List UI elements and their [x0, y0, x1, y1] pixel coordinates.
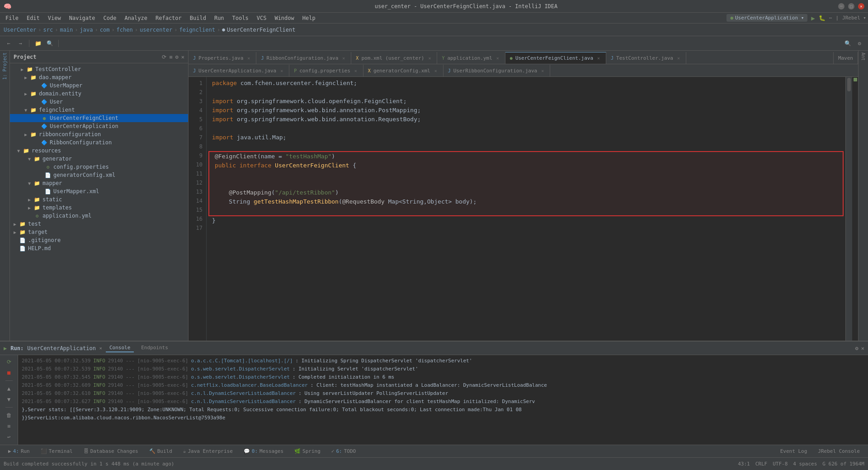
tree-item-target[interactable]: ▶ 📁 target [10, 228, 188, 236]
breadcrumb-fchen[interactable]: fchen [117, 27, 133, 33]
toolbar-project-view[interactable]: 📁 [33, 38, 43, 48]
menu-refactor[interactable]: Refactor [152, 14, 185, 22]
tab-close[interactable]: ✕ [341, 55, 346, 61]
tree-item-domainentity[interactable]: ▶ 📁 domain.entity [10, 90, 188, 98]
menu-analyze[interactable]: Analyze [121, 14, 151, 22]
tree-item-ribbonconfiguration[interactable]: 🔷 RibbonConfiguration [10, 138, 188, 147]
run-filter-btn[interactable]: ≡ [5, 422, 13, 430]
breadcrumb-src[interactable]: src [43, 27, 53, 33]
bottom-tab-terminal[interactable]: ⬛ Terminal [36, 447, 77, 455]
tree-item-templates[interactable]: ▶ 📁 templates [10, 204, 188, 212]
menu-vcs[interactable]: VCS [253, 14, 270, 22]
tab-close[interactable]: ✕ [427, 55, 432, 61]
run-restart-btn[interactable]: ⟳ [5, 358, 13, 366]
bottom-tab-jrebelconsole[interactable]: JRebel Console [813, 447, 864, 455]
run-tab-endpoints[interactable]: Endpoints [137, 344, 172, 352]
tab-close[interactable]: ✕ [279, 68, 284, 73]
toolbar-back-btn[interactable]: ← [4, 38, 14, 48]
toolbar-settings[interactable]: ⚙ [854, 38, 864, 48]
bottom-tab-todo[interactable]: ✓ 6: TODO [327, 447, 360, 455]
menu-navigate[interactable]: Navigate [66, 14, 99, 22]
breadcrumb-usercenter[interactable]: UserCenter [4, 27, 36, 33]
tree-item-daomapper[interactable]: ▶ 📁 dao.mapper [10, 73, 188, 81]
menu-tools[interactable]: Tools [229, 14, 252, 22]
bottom-tab-spring[interactable]: 🌿 Spring [290, 447, 325, 455]
run-clear-btn[interactable]: 🗑 [5, 411, 13, 419]
tree-item-usermapper[interactable]: 🔷 UserMapper [10, 81, 188, 90]
tab-close[interactable]: ✕ [433, 68, 439, 73]
tree-item-test[interactable]: ▶ 📁 test [10, 220, 188, 228]
bottom-tab-dbchanges[interactable]: 🗄 Database Changes [79, 447, 143, 455]
right-panel-ant[interactable]: Ant [861, 52, 866, 61]
bottom-tab-messages[interactable]: 💬 0: Messages [239, 447, 288, 455]
breadcrumb-feignclient[interactable]: feignclient [179, 27, 215, 33]
minimize-button[interactable]: ─ [838, 3, 844, 9]
tree-item-usermapperxml[interactable]: 📄 UserMapper.xml [10, 187, 188, 195]
toolbar-search-everywhere[interactable]: 🔍 [843, 38, 853, 48]
maximize-button[interactable]: □ [848, 3, 854, 9]
tab-usercenterfeignclient[interactable]: ● UserCenterFeignClient.java ✕ [505, 52, 606, 64]
tab-properties[interactable]: J Properties.java ✕ [189, 52, 256, 64]
tab-pom[interactable]: X pom.xml (user_center) ✕ [351, 52, 437, 64]
tab-testcontroller[interactable]: J TestController.java ✕ [606, 52, 686, 64]
tab-close[interactable]: ✕ [596, 56, 601, 61]
tab-close[interactable]: ✕ [495, 55, 500, 61]
tree-item-feignclient[interactable]: ▼ 📁 feignclient [10, 106, 188, 114]
statusbar-indent[interactable]: 4 spaces [793, 461, 817, 467]
tab-usercenterapp[interactable]: J UserCenterApplication.java ✕ [189, 65, 289, 76]
toolbar-jrebel[interactable]: JRebel ▾ [842, 15, 866, 21]
run-stop-btn[interactable]: ■ [5, 369, 13, 377]
menu-view[interactable]: View [44, 14, 65, 22]
sidebar-sync-icon[interactable]: ⟳ [162, 54, 166, 60]
sidebar-close-icon[interactable]: ✕ [181, 54, 184, 60]
toolbar-forward-btn[interactable]: → [15, 38, 25, 48]
bottom-tab-eventlog[interactable]: Event Log [776, 447, 812, 455]
code-editor-content[interactable]: package com.fchen.usercenter.feignclient… [207, 77, 845, 341]
close-button[interactable]: ✕ [858, 3, 864, 9]
tree-item-usercenterfeignclient[interactable]: ● UserCenterFeignClient [10, 114, 188, 122]
tab-userribbonconfig[interactable]: J UserRibbonConfiguration.java ✕ [443, 65, 550, 76]
tree-item-resources[interactable]: ▼ 📁 resources [10, 147, 188, 155]
tab-close[interactable]: ✕ [540, 68, 545, 73]
tree-item-generatorconfig[interactable]: 📄 generatorConfig.xml [10, 171, 188, 179]
tree-item-ribbonconfig[interactable]: ▶ 📁 ribbonconfiguration [10, 130, 188, 138]
tree-item-static[interactable]: ▶ 📁 static [10, 195, 188, 204]
menu-code[interactable]: Code [100, 14, 120, 22]
run-settings-icon[interactable]: ⚙ [855, 345, 859, 351]
tree-item-gitignore[interactable]: 📄 .gitignore [10, 236, 188, 244]
run-app-close[interactable]: ✕ [99, 346, 102, 351]
run-scroll-down-btn[interactable]: ▼ [5, 395, 13, 404]
menu-help[interactable]: Help [299, 14, 319, 22]
toolbar-run-btn[interactable]: ▶ [811, 14, 815, 22]
tab-close[interactable]: ✕ [246, 55, 251, 61]
tab-generatorconfig[interactable]: X generatorConfig.xml ✕ [363, 65, 443, 76]
editor-scrollbar[interactable] [845, 77, 852, 341]
breadcrumb-java[interactable]: java [80, 27, 93, 33]
tree-item-helpmd[interactable]: 📄 HELP.md [10, 244, 188, 252]
tree-item-applicationyml[interactable]: ⚙ application.yml [10, 212, 188, 220]
menu-window[interactable]: Window [271, 14, 297, 22]
sidebar-collapse-icon[interactable]: ≡ [169, 54, 172, 60]
tab-configprops[interactable]: P config.properties ✕ [289, 65, 363, 76]
breadcrumb-com[interactable]: com [100, 27, 110, 33]
statusbar-charset[interactable]: UTF-8 [773, 461, 788, 467]
tree-item-testcontroller[interactable]: ▶ 📁 TestController [10, 65, 188, 73]
run-scroll-up-btn[interactable]: ▲ [5, 385, 13, 393]
run-wrap-btn[interactable]: ↩ [5, 433, 13, 441]
toolbar-run-config[interactable]: ● UserCenterApplication ▾ [726, 14, 807, 22]
run-close-icon[interactable]: ✕ [861, 345, 864, 351]
run-tab-console[interactable]: Console [106, 344, 134, 352]
project-panel-label[interactable]: 1: Project [2, 52, 7, 80]
tab-maven[interactable]: Maven [833, 52, 858, 64]
toolbar-debug-btn[interactable]: 🐛 [819, 15, 826, 21]
menu-file[interactable]: File [2, 14, 22, 22]
tree-item-generator[interactable]: ▼ 📁 generator [10, 155, 188, 163]
menu-run[interactable]: Run [211, 14, 228, 22]
toolbar-find-btn[interactable]: 🔍 [45, 38, 55, 48]
bottom-tab-run[interactable]: ▶ 4: Run [4, 447, 34, 455]
menu-build[interactable]: Build [186, 14, 210, 22]
bottom-tab-javaenterprise[interactable]: ☕ Java Enterprise [179, 447, 237, 455]
breadcrumb-main[interactable]: main [60, 27, 73, 33]
statusbar-crlf[interactable]: CRLF [755, 461, 768, 467]
tab-close[interactable]: ✕ [353, 68, 359, 73]
